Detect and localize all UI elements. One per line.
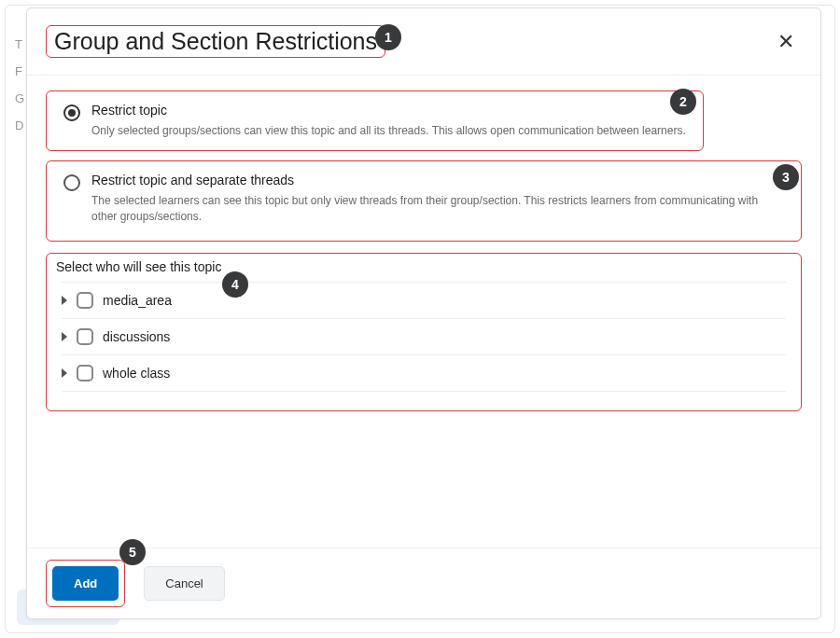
tree-label: discussions	[103, 329, 170, 344]
cancel-button[interactable]: Cancel	[144, 566, 224, 601]
option-restrict-topic[interactable]: Restrict topic Only selected groups/sect…	[46, 90, 704, 151]
caret-icon[interactable]	[62, 368, 67, 378]
option1-description: Only selected groups/sections can view t…	[91, 123, 686, 139]
option2-description: The selected learners can see this topic…	[91, 193, 784, 225]
option2-text: Restrict topic and separate threads The …	[91, 173, 784, 225]
tree-row-discussions: discussions	[62, 319, 786, 355]
select-who-title: Select who will see this topic	[56, 259, 791, 274]
checkbox-media-area[interactable]	[77, 292, 93, 309]
radio-row-restrict-topic: Restrict topic Only selected groups/sect…	[54, 95, 695, 146]
radio-row-restrict-topic-separate: Restrict topic and separate threads The …	[54, 165, 793, 232]
option1-label: Restrict topic	[91, 103, 686, 118]
close-icon: ✕	[777, 30, 794, 53]
checkbox-discussions[interactable]	[77, 328, 93, 345]
caret-icon[interactable]	[62, 332, 67, 341]
select-who-section: Select who will see this topic media_are…	[46, 253, 802, 411]
restrictions-modal: Group and Section Restrictions ✕ Restric…	[26, 7, 821, 619]
radio-restrict-topic[interactable]	[63, 104, 80, 121]
option1-text: Restrict topic Only selected groups/sect…	[91, 103, 686, 139]
radio-restrict-topic-separate[interactable]	[63, 174, 80, 191]
tree-label: media_area	[103, 293, 172, 308]
add-button[interactable]: Add	[52, 566, 119, 601]
modal-title: Group and Section Restrictions	[46, 25, 385, 58]
modal-body: Restrict topic Only selected groups/sect…	[27, 76, 820, 548]
tree-label: whole class	[103, 366, 170, 381]
add-button-highlight: Add	[46, 560, 125, 607]
option-restrict-topic-separate[interactable]: Restrict topic and separate threads The …	[46, 160, 802, 243]
option2-label: Restrict topic and separate threads	[91, 173, 784, 187]
tree-row-media-area: media_area	[62, 282, 786, 319]
caret-icon[interactable]	[62, 296, 67, 305]
group-tree: media_area discussions whole class	[62, 282, 786, 392]
close-button[interactable]: ✕	[770, 28, 802, 56]
modal-footer: Add Cancel	[27, 548, 820, 618]
modal-header: Group and Section Restrictions ✕	[27, 8, 820, 76]
checkbox-whole-class[interactable]	[77, 365, 93, 381]
radio-dot-icon	[68, 109, 76, 117]
tree-row-whole-class: whole class	[62, 355, 786, 392]
